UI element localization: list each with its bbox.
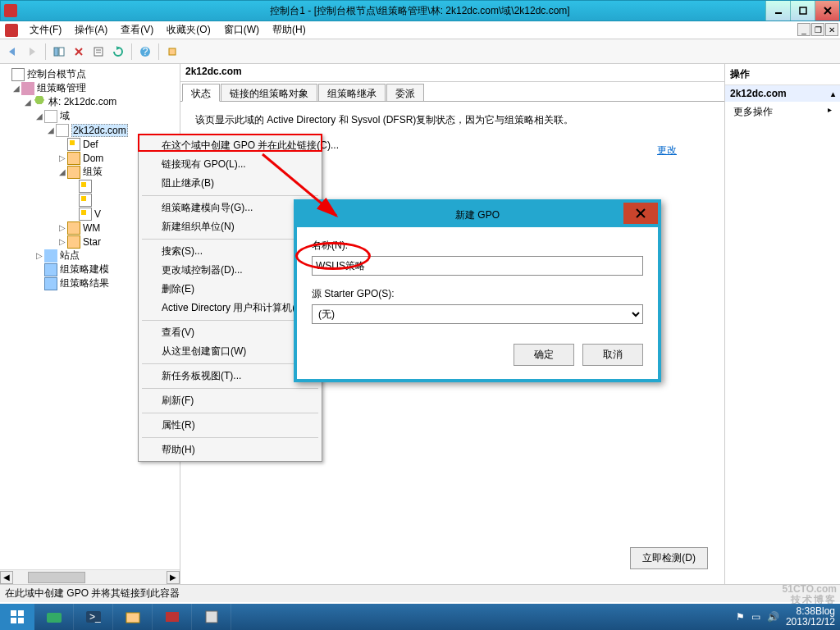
tree-gpm[interactable]: ◢组策略管理: [0, 81, 180, 95]
mdi-app-icon: [5, 24, 18, 37]
cm-separator: [142, 388, 318, 389]
tab-delegation[interactable]: 委派: [386, 84, 424, 101]
name-label: 名称(N):: [312, 239, 643, 253]
minimize-button[interactable]: [765, 1, 790, 21]
tab-status[interactable]: 状态: [182, 84, 220, 102]
tabs: 状态 链接的组策略对象 组策略继承 委派: [180, 82, 724, 102]
scroll-left-icon[interactable]: ◀: [0, 571, 13, 584]
actions-title: 操作: [725, 64, 840, 85]
tray-date: 2013/12/12: [786, 617, 835, 628]
show-hide-tree-icon[interactable]: [50, 43, 68, 61]
source-starter-select[interactable]: (无): [312, 304, 643, 324]
detect-now-button[interactable]: 立即检测(D): [630, 547, 708, 569]
svg-rect-28: [166, 612, 179, 622]
nav-forward-icon[interactable]: [23, 43, 41, 61]
source-label: 源 Starter GPO(S):: [312, 287, 643, 301]
actions-more[interactable]: 更多操作▸: [725, 102, 840, 122]
app-icon: [4, 4, 17, 17]
cm-separator: [142, 413, 318, 413]
cm-properties[interactable]: 属性(R): [140, 416, 320, 435]
cm-refresh[interactable]: 刷新(F): [140, 391, 320, 410]
content-header: 2k12dc.com: [180, 64, 724, 82]
tray-volume-icon[interactable]: 🔊: [767, 611, 779, 623]
cm-separator: [142, 320, 318, 321]
task-server-manager[interactable]: [34, 604, 74, 630]
svg-rect-23: [18, 618, 24, 623]
svg-rect-1: [800, 7, 806, 14]
menu-file[interactable]: 文件(F): [25, 21, 66, 39]
actions-header: 2k12dc.com▴: [725, 85, 840, 102]
svg-text:>_: >_: [89, 611, 101, 623]
cm-separator: [142, 363, 318, 364]
action-icon[interactable]: [163, 43, 181, 61]
svg-rect-7: [59, 48, 64, 56]
menu-window[interactable]: 窗口(W): [219, 21, 264, 39]
actions-pane: 操作 2k12dc.com▴ 更多操作▸: [725, 64, 840, 584]
close-button[interactable]: [815, 1, 839, 21]
status-info-text: 该页显示此域的 Active Directory 和 Sysvol (DFSR)…: [195, 113, 710, 127]
svg-rect-10: [94, 48, 103, 56]
task-app-1[interactable]: [153, 604, 192, 630]
actions-more-label: 更多操作: [733, 105, 773, 119]
actions-more-arrow-icon: ▸: [828, 105, 832, 119]
properties-icon[interactable]: [89, 43, 107, 61]
start-button[interactable]: [0, 604, 34, 630]
tree-domains[interactable]: ◢域: [0, 109, 180, 123]
tab-linked-gpo[interactable]: 链接的组策略对象: [221, 84, 317, 101]
menu-action[interactable]: 操作(A): [70, 21, 112, 39]
task-powershell[interactable]: >_: [74, 604, 113, 630]
svg-marker-5: [30, 48, 35, 56]
mdi-close[interactable]: ✕: [825, 23, 838, 36]
gpo-name-input[interactable]: [312, 256, 643, 276]
cm-separator: [142, 239, 318, 240]
svg-rect-24: [47, 613, 62, 623]
ok-button[interactable]: 确定: [514, 344, 574, 366]
tree-horizontal-scrollbar[interactable]: ◀ ▶: [0, 569, 180, 584]
svg-rect-27: [126, 613, 139, 623]
help-icon[interactable]: ?: [136, 43, 154, 61]
system-tray[interactable]: ⚑ ▭ 🔊 8:38Blog 2013/12/12: [736, 606, 840, 628]
svg-rect-21: [18, 610, 24, 616]
cancel-button[interactable]: 取消: [582, 344, 643, 366]
cm-separator: [142, 437, 318, 438]
delete-icon[interactable]: [70, 43, 88, 61]
taskbar: >_ ⚑ ▭ 🔊 8:38Blog 2013/12/12: [0, 604, 840, 630]
new-gpo-dialog: 新建 GPO 名称(N): 源 Starter GPO(S): (无) 确定 取…: [294, 199, 661, 382]
menubar: 文件(F) 操作(A) 查看(V) 收藏夹(O) 窗口(W) 帮助(H) _ ❐…: [0, 21, 840, 39]
refresh-icon[interactable]: [109, 43, 127, 61]
cm-block-inheritance[interactable]: 阻止继承(B): [140, 174, 320, 193]
change-link[interactable]: 更改: [657, 144, 677, 158]
statusbar: 在此域中创建 GPO 并将其链接到此容器: [0, 584, 840, 602]
menu-help[interactable]: 帮助(H): [267, 21, 311, 39]
mdi-minimize[interactable]: _: [797, 23, 810, 36]
window-titlebar: 控制台1 - [控制台根节点\组策略管理\林: 2k12dc.com\域\2k1…: [0, 0, 840, 21]
task-explorer[interactable]: [113, 604, 153, 630]
window-title: 控制台1 - [控制台根节点\组策略管理\林: 2k12dc.com\域\2k1…: [270, 4, 569, 18]
actions-header-label: 2k12dc.com: [730, 88, 787, 99]
scroll-thumb[interactable]: [28, 572, 85, 583]
tray-flag-icon[interactable]: ⚑: [736, 611, 745, 623]
cm-help[interactable]: 帮助(H): [140, 441, 320, 459]
cm-link-existing-gpo[interactable]: 链接现有 GPO(L)...: [140, 155, 320, 174]
cm-create-gpo-link[interactable]: 在这个域中创建 GPO 并在此处链接(C)...: [140, 136, 320, 155]
maximize-button[interactable]: [790, 1, 815, 21]
tree-forest[interactable]: ◢林: 2k12dc.com: [0, 95, 180, 109]
tree-root[interactable]: 控制台根节点: [0, 67, 180, 81]
tree-domain-label: 2k12dc.com: [71, 124, 128, 137]
window-controls: [765, 1, 839, 21]
menu-favorites[interactable]: 收藏夹(O): [162, 21, 215, 39]
nav-back-icon[interactable]: [3, 43, 21, 61]
tray-blog: Blog: [815, 605, 835, 617]
task-mmc[interactable]: [192, 604, 231, 630]
svg-rect-20: [11, 610, 16, 616]
dialog-close-button[interactable]: [623, 203, 658, 224]
svg-text:?: ?: [143, 46, 148, 57]
status-text: 在此域中创建 GPO 并将其链接到此容器: [5, 587, 180, 600]
menu-view[interactable]: 查看(V): [116, 21, 158, 39]
tab-inheritance[interactable]: 组策略继承: [318, 84, 386, 101]
collapse-arrow-icon[interactable]: ▴: [831, 89, 835, 98]
tray-time: 8:38: [797, 605, 815, 617]
mdi-restore[interactable]: ❐: [811, 23, 824, 36]
tray-network-icon[interactable]: ▭: [751, 611, 760, 623]
scroll-right-icon[interactable]: ▶: [167, 571, 180, 584]
